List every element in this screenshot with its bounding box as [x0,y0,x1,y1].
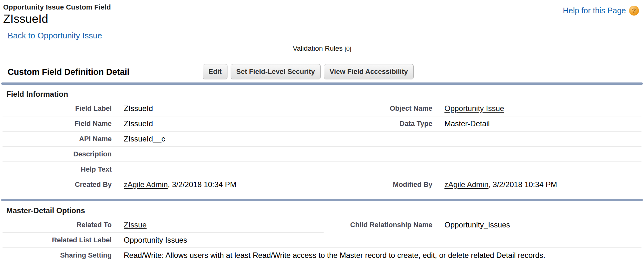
detail-section-title: Custom Field Definition Detail [8,67,129,77]
api-name-label: API Name [3,131,112,147]
created-by-user-link[interactable]: zAgile Admin [124,180,168,189]
set-field-level-security-button[interactable]: Set Field-Level Security [231,64,321,79]
related-to-label: Related To [3,218,112,233]
object-name-link[interactable]: Opportunity Issue [444,104,504,113]
field-name-value: ZIssueId [112,116,324,131]
field-label-label: Field Label [3,101,112,116]
row-api-name: API Name ZIssueId__c [3,131,641,147]
data-type-value: Master-Detail [432,116,641,131]
validation-rules-count: [0] [345,45,351,52]
created-by-label: Created By [3,177,112,192]
validation-rules-link[interactable]: Validation Rules [293,44,343,52]
api-name-value: ZIssueId__c [112,131,324,147]
help-text-value [112,162,324,177]
row-help-text: Help Text [3,162,641,177]
page-header: Opportunity Issue Custom Field ZIssueId … [0,0,644,41]
detail-section-header: Custom Field Definition Detail Edit Set … [0,64,644,80]
row-related-list-label: Related List Label Opportunity Issues [3,233,641,248]
field-information-table: Field Label ZIssueId Object Name Opportu… [3,101,641,192]
related-list-label-value: Opportunity Issues [112,233,324,248]
row-created-modified: Created By zAgile Admin, 3/2/2018 10:34 … [3,177,641,192]
custom-field-detail-page: Opportunity Issue Custom Field ZIssueId … [0,0,644,262]
child-relationship-name-value: Opportunity_Issues [432,218,641,233]
help-question-icon[interactable]: ? [629,6,639,16]
action-buttons: Edit Set Field-Level Security View Field… [203,64,414,79]
validation-rules-line: Validation Rules [0] [0,44,644,53]
field-label-value: ZIssueId [112,101,324,116]
data-type-label: Data Type [324,116,432,131]
created-by-value: zAgile Admin, 3/2/2018 10:34 PM [112,177,324,192]
description-label: Description [3,147,112,162]
object-name-label: Object Name [324,101,432,116]
modified-by-value: zAgile Admin, 3/2/2018 10:34 PM [432,177,641,192]
child-relationship-name-label: Child Relationship Name [324,218,432,233]
page-title: ZIssueId [3,12,111,26]
modified-by-label: Modified By [324,177,432,192]
section-divider-bar [1,82,643,85]
master-detail-options-table: Related To ZIssue Child Relationship Nam… [3,218,641,262]
modified-by-user-link[interactable]: zAgile Admin [444,180,489,189]
validation-rules-count-link[interactable]: 0 [346,45,350,52]
help-for-this-page-link[interactable]: Help for this Page [563,6,626,15]
row-field-name-data-type: Field Name ZIssueId Data Type Master-Det… [3,116,641,131]
sharing-setting-label: Sharing Setting [3,248,112,262]
view-field-accessibility-button[interactable]: View Field Accessibility [324,64,414,79]
help-area: Help for this Page ? [563,3,639,16]
title-block: Opportunity Issue Custom Field ZIssueId … [3,3,111,41]
back-to-object-link[interactable]: Back to Opportunity Issue [8,31,102,41]
modified-by-datetime: , 3/2/2018 10:34 PM [489,180,557,189]
entity-label: Opportunity Issue Custom Field [3,3,111,11]
edit-button[interactable]: Edit [203,64,227,79]
related-list-label-label: Related List Label [3,233,112,248]
created-by-datetime: , 3/2/2018 10:34 PM [168,180,236,189]
row-description: Description [3,147,641,162]
row-sharing-setting: Sharing Setting Read/Write: Allows users… [3,248,641,262]
row-related-to-child-relationship: Related To ZIssue Child Relationship Nam… [3,218,641,233]
sharing-setting-value: Read/Write: Allows users with at least R… [112,248,641,262]
help-text-label: Help Text [3,162,112,177]
description-value [112,147,324,162]
master-detail-options-title: Master-Detail Options [6,206,644,215]
field-name-label: Field Name [3,116,112,131]
row-field-label-object-name: Field Label ZIssueId Object Name Opportu… [3,101,641,116]
section-divider-bar [1,199,643,201]
related-to-link[interactable]: ZIssue [124,220,147,229]
field-information-title: Field Information [6,90,644,99]
